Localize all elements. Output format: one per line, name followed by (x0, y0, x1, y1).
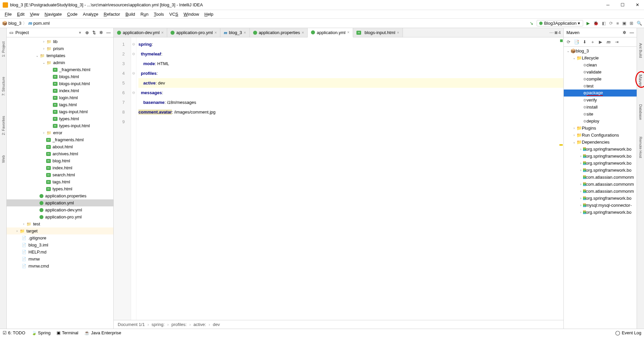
close-icon[interactable]: × (161, 30, 164, 35)
maven-clean[interactable]: clean (564, 61, 637, 68)
tool-todo[interactable]: ☑ 6: TODO (3, 330, 25, 335)
editor-body[interactable]: 123456789 ⊖⊖⊖⊖ spring: thymeleaf: mode: … (114, 37, 563, 320)
maven-validate[interactable]: validate (564, 68, 637, 75)
generate-icon[interactable]: 📑 (574, 39, 579, 45)
tree-item-tagsinput[interactable]: tags-input.html (7, 108, 113, 115)
tree-item-prism[interactable]: ›prism (7, 45, 113, 52)
crumb-profiles[interactable]: profiles: (172, 322, 187, 327)
close-button[interactable]: ✕ (633, 1, 641, 9)
maven-install[interactable]: install (564, 104, 637, 111)
tree-item-templates[interactable]: ⌄templates (7, 52, 113, 59)
maximize-button[interactable]: ☐ (619, 1, 627, 9)
tree-item-appprops[interactable]: application.properties (7, 192, 113, 199)
tree-item-fragments[interactable]: _fragments.html (7, 66, 113, 73)
tree-item-appyml[interactable]: application.yml (7, 199, 113, 206)
collapse-icon[interactable]: ⇅ (92, 30, 96, 35)
maven-dependencies[interactable]: ⌄📁 Dependencies (564, 139, 637, 146)
code-content[interactable]: spring: thymeleaf: mode: HTML profiles: … (136, 37, 563, 320)
right-tab-maven[interactable]: Maven (638, 74, 643, 88)
maven-deploy[interactable]: deploy (564, 118, 637, 125)
crumb-active[interactable]: active: (194, 322, 206, 327)
maven-dep1[interactable]: › org.springframework.bo (564, 146, 637, 153)
tree-item-types[interactable]: types.html (7, 115, 113, 122)
tree-item-blogsinput[interactable]: blogs-input.html (7, 80, 113, 87)
maven-dep3[interactable]: › org.springframework.bo (564, 160, 637, 167)
menu-help[interactable]: Help (202, 11, 216, 17)
crumb-dev[interactable]: dev (213, 322, 220, 327)
run-button[interactable]: ▶ (586, 21, 590, 26)
project-tree[interactable]: ›lib ›prism ⌄templates ⌄admin _fragments… (7, 37, 113, 329)
tree-item-mvnw[interactable]: mvnw (7, 256, 113, 263)
locate-icon[interactable]: ⊕ (85, 30, 89, 35)
right-tab-ant[interactable]: Ant Build (639, 43, 643, 58)
tree-item-lib[interactable]: ›lib (7, 38, 113, 45)
tree-item-rtypes[interactable]: types.html (7, 185, 113, 192)
tree-item-gitignore[interactable]: .gitignore (7, 234, 113, 241)
maven-dep8[interactable]: › org.springframework.bo (564, 195, 637, 202)
menu-tools[interactable]: Tools (151, 11, 167, 17)
close-icon[interactable]: × (244, 30, 246, 35)
left-tab-project[interactable]: 1: Project (1, 41, 5, 57)
tree-item-admin[interactable]: ⌄admin (7, 59, 113, 66)
tree-item-rfragments[interactable]: _fragments.html (7, 136, 113, 143)
close-icon[interactable]: × (302, 30, 304, 35)
menu-file[interactable]: File (2, 11, 14, 17)
maven-runconfigs[interactable]: ›📁 Run Configurations (564, 132, 637, 139)
menu-analyze[interactable]: Analyze (80, 11, 101, 17)
menu-run[interactable]: Run (138, 11, 151, 17)
close-icon[interactable]: × (397, 30, 399, 35)
maven-dep4[interactable]: › org.springframework.bo (564, 167, 637, 174)
menu-view[interactable]: View (27, 11, 42, 17)
tree-item-index[interactable]: index.html (7, 87, 113, 94)
maven-verify[interactable]: verify (564, 97, 637, 104)
crumb-spring[interactable]: spring: (151, 322, 165, 327)
maven-project[interactable]: ⌄📦 blog_3 (564, 47, 637, 54)
left-tab-web[interactable]: Web (1, 155, 5, 163)
tab-apppro[interactable]: application-pro.yml× (167, 28, 220, 37)
tab-blog3[interactable]: mblog_3× (220, 28, 249, 37)
reimport-icon[interactable]: ⟳ (566, 39, 571, 45)
maven-compile[interactable]: compile (564, 75, 637, 82)
minimize-button[interactable]: ─ (604, 1, 612, 9)
maven-dep9[interactable]: › mysql:mysql-connector- (564, 202, 637, 209)
menu-edit[interactable]: Edit (14, 11, 27, 17)
maven-dep2[interactable]: › org.springframework.bo (564, 153, 637, 160)
tree-item-about[interactable]: about.html (7, 143, 113, 150)
right-tab-database[interactable]: Database (639, 104, 643, 120)
tool-spring[interactable]: 🍃 Spring (31, 330, 51, 335)
settings-button[interactable]: ⊞ (630, 21, 633, 26)
tree-item-help[interactable]: HELP.md (7, 248, 113, 256)
build-icon[interactable]: ↘ (530, 21, 533, 26)
settings-icon[interactable]: ✲ (623, 30, 626, 35)
layout-button[interactable]: ▣ (622, 21, 626, 26)
search-button[interactable]: 🔍 (637, 21, 642, 26)
project-view-icon[interactable]: ▭ (9, 30, 13, 35)
stop-button[interactable]: ■ (616, 21, 619, 26)
tree-item-iml[interactable]: blog_3.iml (7, 241, 113, 248)
tree-item-error[interactable]: ›error (7, 129, 113, 136)
tree-item-blogs[interactable]: blogs.html (7, 73, 113, 80)
tree-item-blog[interactable]: blog.html (7, 157, 113, 164)
tree-item-typesinput[interactable]: types-input.html (7, 122, 113, 129)
maven-site[interactable]: site (564, 111, 637, 118)
hide-icon[interactable]: — (630, 30, 634, 35)
maven-package[interactable]: package (564, 90, 637, 97)
maven-plugins[interactable]: ›📁 Plugins (564, 125, 637, 132)
tree-item-target[interactable]: ›target (7, 227, 113, 234)
maven-dep10[interactable]: › org.springframework.bo (564, 209, 637, 216)
maven-dep7[interactable]: › com.atlassian.commonm (564, 188, 637, 195)
maven-dep5[interactable]: com.atlassian.commonm (564, 174, 637, 181)
dropdown-icon[interactable]: ▾ (79, 30, 81, 35)
tab-overflow[interactable]: ⋯4 (547, 28, 563, 37)
maven-m-icon[interactable]: m (606, 39, 611, 45)
menu-code[interactable]: Code (65, 11, 80, 17)
left-tab-structure[interactable]: 7: Structure (1, 77, 5, 96)
menu-vcs[interactable]: VCS (167, 11, 181, 17)
right-tab-remotehost[interactable]: Remote Host (639, 137, 643, 158)
menu-window[interactable]: Window (181, 11, 202, 17)
tree-item-tags[interactable]: tags.html (7, 101, 113, 108)
profile-button[interactable]: ⟳ (609, 21, 613, 26)
tree-item-rindex[interactable]: index.html (7, 164, 113, 171)
hide-icon[interactable]: — (106, 30, 111, 35)
tree-item-login[interactable]: login.html (7, 94, 113, 101)
